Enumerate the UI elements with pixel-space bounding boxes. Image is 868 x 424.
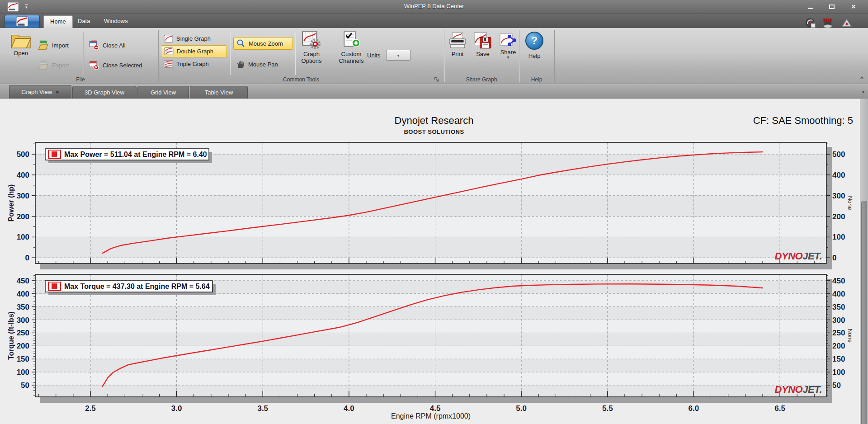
- svg-text:250: 250: [17, 329, 29, 337]
- maximize-button[interactable]: [826, 2, 838, 11]
- mouse-zoom-button[interactable]: Mouse Zoom: [233, 37, 293, 50]
- import-icon: [38, 40, 49, 50]
- dynojet-watermark: DYNOJET.: [775, 384, 822, 395]
- power-legend-text: Max Power = 511.04 at Engine RPM = 6.40: [64, 151, 207, 158]
- svg-text:250: 250: [832, 329, 845, 337]
- custom-channels-label: Custom Channels: [339, 51, 364, 64]
- minimize-button[interactable]: [804, 2, 817, 11]
- share-icon: [500, 32, 517, 48]
- mouse-zoom-icon: [236, 39, 245, 48]
- svg-text:100: 100: [17, 368, 29, 377]
- save-button[interactable]: Save: [470, 32, 495, 57]
- tab-table-view-label: Table View: [205, 89, 233, 96]
- svg-text:150: 150: [17, 355, 29, 363]
- svg-text:150: 150: [832, 355, 845, 363]
- tab-windows[interactable]: Windows: [98, 15, 134, 28]
- close-tab-icon[interactable]: ×: [56, 89, 59, 95]
- file-group-label: File: [3, 76, 158, 84]
- tab-grid-view[interactable]: Grid View: [137, 86, 189, 99]
- common-tools-divider: [230, 32, 230, 75]
- mouse-pan-button[interactable]: Mouse Pan: [233, 58, 293, 71]
- group-separator-2: [444, 30, 444, 82]
- dyno-charts-canvas[interactable]: 00100100200200300300400400500500Power (h…: [0, 99, 868, 424]
- single-graph-icon: [164, 34, 173, 43]
- tab-overflow-icon[interactable]: ▾: [862, 90, 864, 94]
- print-button[interactable]: Print: [445, 32, 470, 57]
- open-label: Open: [14, 50, 28, 57]
- tab-home[interactable]: Home: [43, 15, 73, 28]
- group-separator-3: [519, 30, 519, 82]
- export-icon: [38, 60, 49, 70]
- units-dropdown[interactable]: ▾: [386, 50, 410, 61]
- svg-text:100: 100: [832, 368, 845, 377]
- svg-text:0: 0: [832, 254, 836, 262]
- power-axis-title: Power (hp): [7, 184, 15, 222]
- save-label: Save: [476, 51, 490, 57]
- x-axis-title: Engine RPM (rpmx1000): [391, 412, 471, 420]
- collapse-ribbon-icon[interactable]: ^: [860, 75, 863, 82]
- save-icon: [474, 32, 492, 50]
- graph-options-button[interactable]: Graph Options: [297, 31, 326, 64]
- application-menu-button[interactable]: [5, 15, 40, 28]
- svg-text:300: 300: [17, 316, 29, 325]
- share-button[interactable]: Share ▾: [495, 32, 521, 59]
- export-label: Export: [52, 62, 69, 69]
- units-label: Units: [367, 52, 381, 59]
- chevron-down-icon: ▾: [397, 53, 399, 58]
- power-chart: 00100100200200300300400400500500Power (h…: [7, 142, 854, 269]
- tab-grid-view-label: Grid View: [151, 89, 176, 96]
- tab-table-view[interactable]: Table View: [190, 86, 248, 99]
- svg-text:3.5: 3.5: [257, 404, 268, 413]
- svg-text:300: 300: [832, 192, 845, 200]
- close-all-label: Close All: [103, 42, 126, 49]
- minimize-icon: [808, 8, 813, 9]
- close-all-button[interactable]: Close All: [89, 39, 126, 52]
- gauge-icon[interactable]: [806, 18, 816, 28]
- help-button[interactable]: ? Help: [521, 32, 548, 59]
- svg-text:100: 100: [17, 233, 29, 241]
- close-selected-button[interactable]: Close Selected: [89, 59, 142, 71]
- svg-text:200: 200: [17, 212, 29, 221]
- svg-text:200: 200: [832, 212, 845, 221]
- import-button[interactable]: Import: [38, 39, 69, 52]
- tab-3d-graph-view[interactable]: 3D Graph View: [72, 86, 137, 99]
- right-axis-title: None: [847, 329, 854, 343]
- double-graph-button[interactable]: Double Graph: [161, 45, 227, 57]
- import-label: Import: [52, 42, 69, 49]
- svg-text:4.0: 4.0: [344, 404, 354, 413]
- custom-channels-button[interactable]: Custom Channels: [336, 31, 366, 64]
- triple-graph-button[interactable]: Triple Graph: [161, 58, 227, 70]
- svg-text:400: 400: [832, 171, 845, 179]
- close-button[interactable]: ×: [847, 2, 860, 11]
- help-group-label: Help: [519, 76, 554, 84]
- share-dropdown-icon[interactable]: ▾: [507, 56, 509, 59]
- dyno-icon[interactable]: [823, 18, 833, 28]
- graph-options-label: Graph Options: [302, 51, 322, 64]
- help-label: Help: [528, 52, 541, 59]
- scrollbar-thumb[interactable]: [861, 201, 867, 424]
- svg-text:5.0: 5.0: [516, 404, 527, 413]
- dialog-launcher-icon[interactable]: [434, 76, 439, 84]
- dynojet-watermark: DYNOJET.: [775, 250, 822, 262]
- common-tools-divider-2: [295, 32, 295, 75]
- torque-axis-title: Torque (ft-lbs): [7, 311, 15, 360]
- svg-text:5.5: 5.5: [602, 404, 613, 413]
- open-button[interactable]: Open: [6, 32, 35, 57]
- scrollbar-track[interactable]: [860, 99, 868, 424]
- svg-text:350: 350: [832, 303, 845, 311]
- close-icon: ×: [851, 3, 855, 10]
- delta-logo-icon[interactable]: [842, 18, 852, 28]
- single-graph-button[interactable]: Single Graph: [161, 33, 227, 45]
- svg-text:350: 350: [17, 303, 29, 311]
- svg-text:450: 450: [17, 277, 29, 285]
- torque-legend-text: Max Torque = 437.30 at Engine RPM = 5.64: [64, 283, 210, 290]
- svg-text:500: 500: [17, 150, 29, 159]
- print-label: Print: [452, 51, 464, 57]
- mouse-pan-hand-icon: [236, 60, 245, 69]
- triple-graph-label: Triple Graph: [176, 61, 209, 67]
- tab-graph-view[interactable]: Graph View ×: [9, 85, 71, 99]
- svg-text:200: 200: [17, 342, 29, 350]
- tab-data[interactable]: Data: [71, 15, 96, 28]
- double-graph-icon: [164, 47, 174, 56]
- group-separator-4: [554, 30, 555, 82]
